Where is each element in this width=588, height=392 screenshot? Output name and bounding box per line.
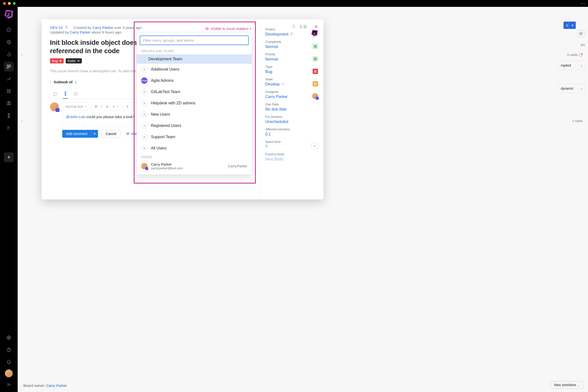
copy-icon[interactable] <box>65 26 68 30</box>
svg-point-29 <box>144 125 145 126</box>
svg-point-15 <box>206 28 208 29</box>
svg-point-28 <box>144 125 144 126</box>
people-icon <box>141 89 148 95</box>
cancel-button[interactable]: Cancel <box>102 130 120 138</box>
user-option[interactable]: Carry Parkercarry.parker@test.com Carry.… <box>137 160 252 172</box>
state-field[interactable]: Develop <box>265 82 285 86</box>
field-label: Complexity <box>265 40 281 44</box>
issue-side-panel: 1 ✕ Project Development YT ComplexityNor… <box>260 19 324 200</box>
svg-point-11 <box>9 351 9 351</box>
svg-point-1 <box>7 40 11 44</box>
group-option[interactable]: Helpdesk with ZD admins <box>137 98 252 109</box>
assignee-field[interactable]: Carry Parker <box>265 94 288 99</box>
group-option[interactable]: Registered Users <box>137 120 252 131</box>
svg-point-27 <box>144 114 145 114</box>
info-icon[interactable] <box>281 82 285 86</box>
vote-icon[interactable] <box>292 24 296 30</box>
nav-collapse-icon[interactable] <box>4 380 14 390</box>
nav-gantt-icon[interactable] <box>4 123 14 133</box>
mention[interactable]: @John Luis <box>66 115 85 119</box>
gear-icon[interactable] <box>290 32 293 36</box>
updated-by-link[interactable]: Carry Parker <box>70 30 91 34</box>
checkbox-icon <box>141 57 145 61</box>
nav-apps-icon[interactable] <box>4 86 14 96</box>
nav-settings-icon[interactable] <box>4 333 14 342</box>
state-badge: D <box>312 81 318 86</box>
group-option[interactable]: Development Team <box>137 54 252 64</box>
app-logo[interactable]: YT <box>4 9 14 20</box>
add-time-button[interactable]: + <box>312 142 318 149</box>
chevron-down-icon: ▾ <box>250 27 251 30</box>
assignee-avatar <box>312 93 318 99</box>
tag-bug[interactable]: Bug✕ <box>50 58 64 64</box>
visibility-dropdown-panel: Groups and Teams Development Team Additi… <box>136 32 252 175</box>
priority-badge: N <box>312 56 318 62</box>
svg-point-9 <box>8 337 10 338</box>
window-traffic-lights[interactable] <box>3 2 16 5</box>
due-date-field[interactable]: No due date <box>265 107 318 112</box>
maximize-window-icon[interactable] <box>13 2 16 5</box>
sidebar-add-button[interactable]: + <box>4 152 14 162</box>
nav-reports-icon[interactable] <box>4 74 14 84</box>
svg-point-18 <box>291 33 292 34</box>
user-avatar[interactable] <box>5 370 13 377</box>
filter-input[interactable] <box>140 36 249 45</box>
more-format-button[interactable]: ¶ <box>127 104 128 108</box>
add-comment-dropdown[interactable]: ▾ <box>91 130 98 138</box>
fixed-build-field[interactable]: Next Build <box>265 157 318 162</box>
bold-button[interactable]: B <box>95 104 97 108</box>
format-select[interactable]: Normal text <box>66 104 86 108</box>
close-window-icon[interactable] <box>3 2 6 5</box>
group-option[interactable]: GitLabTest Team <box>137 86 252 98</box>
visibility-dropdown[interactable]: Visible to issue readers ▾ <box>205 26 251 30</box>
group-option[interactable]: iTrackAgila Admins <box>137 75 252 86</box>
tag-kotlin[interactable]: Kotlin✕ <box>66 58 82 64</box>
svg-point-33 <box>144 148 145 148</box>
affected-versions-field[interactable]: 0.1 <box>265 132 318 136</box>
field-label: Priority <box>265 52 278 56</box>
svg-rect-3 <box>7 65 8 68</box>
section-header: Users <box>137 154 252 160</box>
svg-point-23 <box>144 91 145 92</box>
italic-button[interactable]: I <box>101 104 102 108</box>
field-label: Due Date <box>265 102 318 106</box>
star-button[interactable]: 1 <box>300 24 307 29</box>
kebab-icon[interactable]: ⋮ <box>580 2 586 6</box>
nav-dashboard-icon[interactable] <box>4 25 14 35</box>
nav-board-icon[interactable] <box>4 62 14 72</box>
nav-timer-icon[interactable] <box>4 50 14 59</box>
priority-field[interactable]: Normal <box>265 57 278 62</box>
nav-ring-icon[interactable] <box>4 37 14 47</box>
strike-button[interactable]: S <box>106 104 108 108</box>
tab-activity[interactable] <box>73 90 78 99</box>
type-field[interactable]: Bug <box>265 70 272 74</box>
fix-versions-field[interactable]: Unscheduled <box>265 120 318 124</box>
minimize-window-icon[interactable] <box>8 2 11 5</box>
text-color-button[interactable]: A <box>112 104 118 108</box>
issue-id-link[interactable]: DEV-10 <box>50 26 63 30</box>
add-comment-button[interactable]: Add comment <box>62 130 91 138</box>
nav-timesheet-icon[interactable] <box>4 111 14 120</box>
group-option[interactable]: New Users <box>137 109 252 120</box>
remove-tag-icon[interactable]: ✕ <box>77 59 80 63</box>
tab-comments[interactable] <box>52 90 58 99</box>
remove-tag-icon[interactable]: ✕ <box>59 59 62 63</box>
nav-notifications-icon[interactable] <box>4 357 14 367</box>
complexity-field[interactable]: Normal <box>265 44 281 49</box>
nav-help-icon[interactable] <box>4 345 14 355</box>
spent-time-field[interactable]: ? <box>265 144 280 149</box>
comment-author-avatar <box>50 102 59 111</box>
group-option[interactable]: Additional Users <box>137 64 252 75</box>
tab-history[interactable] <box>63 90 68 99</box>
svg-rect-5 <box>7 90 8 91</box>
group-option[interactable]: All Users <box>137 142 252 154</box>
project-field[interactable]: Development <box>265 32 293 36</box>
section-header: Groups and Teams <box>137 48 252 54</box>
field-label: Fix versions <box>265 115 318 118</box>
nav-kb-icon[interactable] <box>4 98 14 108</box>
svg-rect-4 <box>9 65 10 67</box>
created-by-link[interactable]: Carry Parker <box>92 26 113 30</box>
group-option[interactable]: Support Team <box>137 131 252 142</box>
field-label: Fixed in build <box>265 152 318 156</box>
type-badge: B <box>312 68 318 74</box>
